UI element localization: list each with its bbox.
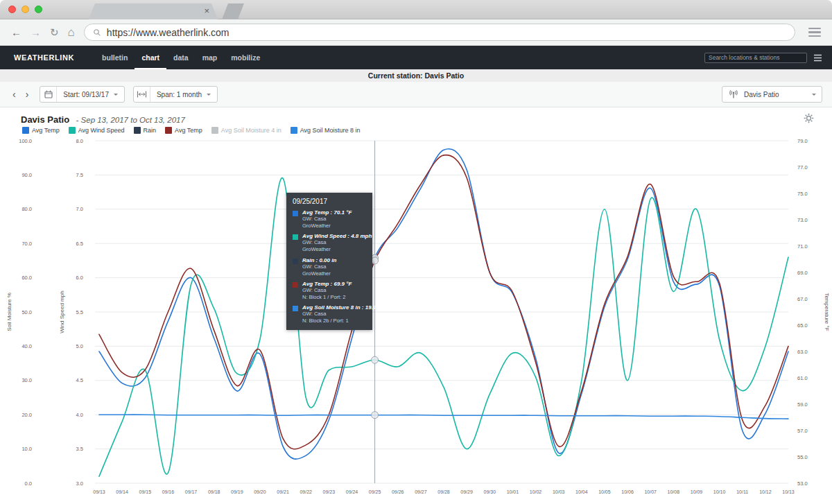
tooltip-value: Avg Temp : 70.1 °F (302, 209, 352, 216)
new-tab-button[interactable] (222, 3, 244, 19)
tooltip-line: N: Block 1 / Port: 2 (302, 294, 352, 301)
legend-label: Avg Wind Speed (78, 127, 125, 134)
tooltip-swatch (293, 306, 298, 311)
temp-axis-tick: 57.0 (797, 428, 808, 434)
x-axis-tick: 09/21 (277, 489, 289, 494)
nav-item-mobilize[interactable]: mobilize (224, 46, 267, 69)
wind-axis-tick: 4.0 (76, 412, 83, 418)
x-axis-tick: 09/23 (323, 489, 336, 494)
legend-label: Avg Temp (175, 127, 202, 134)
address-bar[interactable]: https://www.weatherlink.com (84, 24, 795, 41)
chart-panel: Davis Patio - Sep 13, 2017 to Oct 13, 20… (0, 107, 832, 504)
x-axis-tick: 09/26 (392, 489, 404, 494)
tooltip-swatch (293, 282, 298, 288)
legend-swatch (165, 127, 172, 134)
soil-axis-tick: 30.0 (21, 377, 32, 383)
back-button[interactable]: ← (11, 27, 21, 37)
close-window-button[interactable] (8, 6, 16, 13)
x-axis-tick: 10/03 (553, 489, 565, 494)
nav-item-bulletin[interactable]: bulletin (95, 46, 135, 69)
series-avg-temp-groweather (99, 149, 788, 459)
tooltip-entry: Avg Wind Speed : 4.8 mphGW: CasaGroWeath… (293, 233, 366, 253)
soil-axis-tick: 80.0 (21, 206, 32, 212)
tab-close-icon[interactable]: × (204, 6, 209, 17)
temp-axis-tick: 75.0 (797, 191, 808, 197)
next-period-button[interactable]: › (23, 89, 32, 99)
chevron-down-icon (812, 94, 816, 98)
x-axis-tick: 10/10 (713, 489, 726, 494)
tooltip-entry: Avg Temp : 70.1 °FGW: CasaGroWeather (293, 209, 366, 229)
x-axis-tick: 09/29 (460, 489, 473, 494)
search-input[interactable] (704, 53, 807, 63)
x-axis-tick: 09/22 (300, 489, 312, 494)
tooltip-swatch (293, 259, 298, 264)
x-axis-tick: 10/12 (759, 489, 772, 494)
reload-button[interactable]: ↻ (50, 27, 59, 37)
station-select-label: Davis Patio (744, 91, 779, 98)
legend-item[interactable]: Avg Temp (22, 127, 60, 134)
nav-item-map[interactable]: map (196, 46, 225, 69)
x-axis-tick: 10/11 (736, 489, 748, 494)
temp-axis-tick: 79.0 (797, 138, 808, 144)
browser-titlebar: × (0, 0, 832, 19)
soil-axis-title: Soil Moisture % (6, 293, 12, 331)
temp-axis-tick: 55.0 (797, 454, 808, 460)
nav-item-chart[interactable]: chart (135, 46, 166, 69)
tooltip-value: Avg Soil Moisture 8 in : 19.9 % (302, 304, 383, 311)
legend-item[interactable]: Rain (134, 127, 157, 134)
crosshair-marker-avg-wind-speed (372, 356, 379, 363)
start-date-control[interactable]: Start: 09/13/17 (40, 86, 125, 103)
legend-label: Avg Soil Moisture 4 in (221, 127, 281, 134)
antenna-icon (728, 87, 739, 102)
zoom-window-button[interactable] (35, 6, 42, 13)
span-control[interactable]: Span: 1 month (133, 86, 218, 103)
legend-item[interactable]: Avg Wind Speed (69, 127, 125, 134)
chart-header: Davis Patio - Sep 13, 2017 to Oct 13, 20… (21, 113, 814, 127)
wind-axis-tick: 7.5 (76, 172, 83, 178)
legend-item[interactable]: Avg Soil Moisture 8 in (291, 127, 361, 134)
home-button[interactable]: ⌂ (68, 26, 75, 38)
forward-button[interactable]: → (31, 27, 41, 37)
temp-axis-tick: 53.0 (797, 480, 808, 487)
browser-tab[interactable]: × (89, 3, 218, 19)
chart-subtitle: - Sep 13, 2017 to Oct 13, 2017 (76, 116, 185, 124)
legend-swatch (69, 127, 76, 134)
chart-plot[interactable]: 0.010.020.030.040.050.060.070.080.090.01… (0, 137, 832, 504)
nav-items: bulletinchartdatamapmobilize (95, 46, 267, 69)
tooltip-line: GW: Casa (302, 239, 372, 246)
tooltip-entry: Avg Soil Moisture 8 in : 19.9 %GW: CasaN… (293, 304, 366, 324)
start-date-label: Start: 09/13/17 (63, 91, 109, 98)
prev-period-button[interactable]: ‹ (10, 89, 19, 99)
tooltip-line: GroWeather (302, 223, 352, 229)
tooltip-value: Avg Temp : 69.9 °F (302, 281, 352, 287)
tooltip-line: GW: Casa (302, 311, 383, 318)
weatherlink-logo[interactable]: WEATHERLINK (14, 53, 74, 62)
temp-axis-tick: 67.0 (797, 296, 808, 302)
x-axis-tick: 09/24 (346, 489, 358, 494)
wind-axis-title: Wind Speed mph (59, 290, 65, 333)
temp-axis-tick: 61.0 (797, 375, 808, 381)
station-list-icon[interactable] (813, 54, 822, 62)
legend-swatch (134, 127, 141, 134)
legend-label: Avg Temp (32, 127, 60, 134)
tooltip-swatch (293, 234, 298, 240)
wind-axis-tick: 5.0 (76, 343, 83, 349)
chart-controls: ‹ › Start: 09/13/17 (0, 82, 832, 107)
soil-axis-tick: 60.0 (21, 275, 32, 281)
soil-axis-tick: 90.0 (21, 172, 32, 178)
menu-icon[interactable] (808, 28, 821, 37)
x-axis-tick: 10/05 (598, 489, 611, 494)
chart-tooltip: 09/25/2017 Avg Temp : 70.1 °FGW: CasaGro… (286, 193, 372, 330)
nav-item-data[interactable]: data (166, 46, 196, 69)
x-axis-tick: 09/19 (231, 489, 243, 494)
legend-item[interactable]: Avg Soil Moisture 4 in (211, 127, 281, 134)
temp-axis-title: Temperature °F (824, 293, 830, 331)
station-select[interactable]: Davis Patio (722, 86, 822, 103)
settings-gear-icon[interactable] (804, 113, 814, 126)
current-station-bar: Current station: Davis Patio (0, 69, 832, 82)
minimize-window-button[interactable] (21, 6, 29, 13)
series-avg-soil-moisture-8in (99, 415, 788, 419)
legend-item[interactable]: Avg Temp (165, 127, 202, 134)
chevron-down-icon (207, 94, 211, 98)
x-axis-tick: 09/13 (93, 489, 105, 494)
